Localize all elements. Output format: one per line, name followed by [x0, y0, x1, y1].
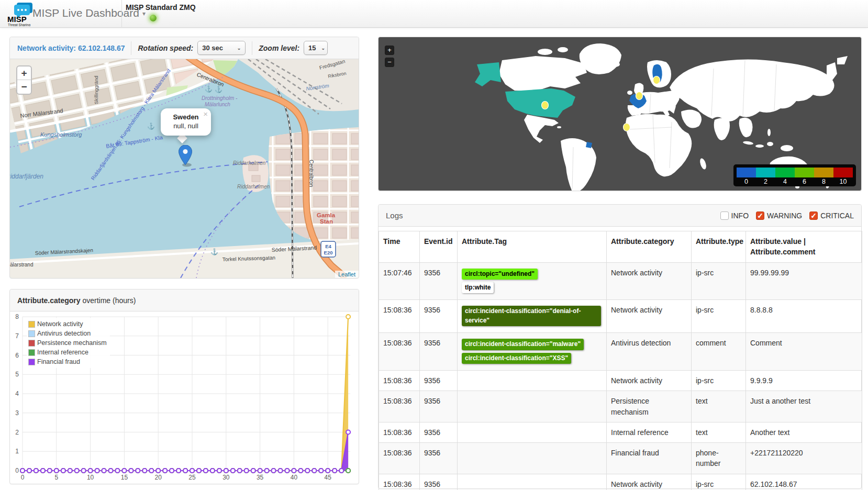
misp-logo-icon: MISP Threat Sharing [7, 2, 35, 28]
checkbox-checked[interactable]: ✓ [809, 211, 818, 220]
filter-warning[interactable]: ✓WARNING [756, 211, 802, 220]
time-cell: 15:08:36 [379, 391, 420, 422]
data-point [285, 469, 290, 473]
time-cell: 15:08:36 [379, 443, 420, 474]
type-cell: ip-src [692, 262, 746, 300]
data-point [170, 469, 174, 473]
logs-panel: Logs INFO✓WARNING✓CRITICAL TimeEvent.idA… [378, 204, 862, 489]
legend-entry: Financial fraud [28, 357, 107, 366]
legend-entry: Network activity [28, 319, 107, 329]
map-marker-icon[interactable] [179, 145, 193, 167]
place-label: Kungsholmstorg [40, 131, 82, 138]
data-point [326, 469, 330, 473]
attribute-tag-chip[interactable]: circl:topic="undefined" [462, 269, 538, 280]
data-point [265, 469, 269, 473]
legend-swatch [28, 349, 35, 356]
divider [131, 41, 131, 55]
attribute-tag-chip[interactable]: circl:incident-classification="XSS" [462, 353, 571, 364]
data-point [88, 469, 93, 473]
category-cell: Network activity [607, 370, 692, 391]
zoom-out-button[interactable]: − [385, 58, 394, 67]
brand-tagline: Threat Sharing [8, 23, 30, 27]
attribute-tag-chip[interactable]: tlp:white [462, 282, 494, 293]
filter-critical[interactable]: ✓CRITICAL [809, 211, 854, 220]
activity-dot-france [636, 92, 643, 100]
column-header: Attribute.category [607, 231, 692, 263]
y-tick-label: 8 [15, 313, 19, 320]
activity-dot-sweden [653, 76, 660, 84]
legend-entry: Internal reference [28, 348, 107, 357]
value-cell: 8.8.8.8 [746, 300, 862, 333]
legend-entry: Antivirus detection [28, 329, 107, 338]
attribute-tag-chip[interactable]: circl:incident-classification="denial-of… [462, 306, 601, 326]
checkbox-unchecked[interactable] [720, 211, 729, 220]
x-tick-label: 35 [257, 474, 264, 481]
data-point [210, 469, 215, 473]
data-point [102, 469, 106, 473]
time-cell: 15:08:36 [379, 370, 420, 391]
table-row: 15:08:369356Internal referencetextAnothe… [379, 422, 862, 442]
country-french-guiana-highlight [586, 142, 592, 148]
legend-swatch [28, 359, 35, 365]
attribute-tag-cell [458, 370, 607, 391]
data-point [251, 469, 255, 473]
data-point [332, 469, 337, 473]
y-tick-label: 1 [15, 448, 19, 455]
popup-coordinates: null, null [161, 122, 211, 130]
legend-tick-label: 8 [814, 177, 833, 185]
data-point [231, 469, 235, 473]
attribute-tag-cell: circl:incident-classification="denial-of… [458, 300, 607, 333]
x-tick-label: 10 [87, 474, 94, 481]
checkbox-checked[interactable]: ✓ [756, 211, 764, 220]
data-point [346, 315, 350, 319]
zoom-out-button[interactable]: − [17, 80, 31, 94]
legend-tick-label: 2 [756, 177, 775, 185]
attribute-tag-chip[interactable]: circl:incident-classification="malware" [462, 339, 584, 350]
value-cell: +221721120220 [746, 443, 862, 474]
data-point [156, 469, 160, 473]
zoom-in-button[interactable]: + [17, 66, 31, 80]
column-header: Attribute.Tag [458, 231, 607, 263]
data-point [339, 469, 343, 473]
filter-info[interactable]: INFO [720, 211, 749, 220]
y-tick-label: 4 [15, 390, 19, 397]
logs-title: Logs [386, 211, 403, 220]
data-point [298, 469, 303, 473]
time-cell: 15:08:36 [379, 474, 420, 490]
x-tick-label: 30 [222, 474, 230, 481]
osm-tiles: ⚓ ⚓ ⚓ ⚓ Norr Mälarstrand Fredsgatan Riks… [10, 59, 359, 278]
close-icon[interactable]: × [203, 109, 208, 118]
water-label: Riddarfjärden [10, 173, 43, 180]
table-row: 15:08:369356Financial fraudphone-number+… [379, 443, 862, 474]
event-id-cell: 9356 [420, 391, 458, 422]
zoom-level-select[interactable]: 15⌄ [304, 41, 328, 55]
data-point [75, 469, 79, 473]
table-row: 15:08:369356Network activityip-src9.9.9.… [379, 370, 862, 391]
ferry-label: Drottningholm - [202, 95, 238, 101]
x-tick-label: 20 [155, 474, 162, 481]
type-cell: ip-src [692, 370, 746, 391]
rotation-speed-select[interactable]: 30 sec⌄ [197, 41, 246, 55]
filter-label: INFO [731, 211, 749, 220]
table-row: 15:08:369356circl:incident-classificatio… [379, 333, 862, 371]
rotation-speed-label: Rotation speed: [138, 44, 193, 52]
category-cell: Internal reference [607, 422, 692, 442]
data-point [279, 469, 283, 473]
legend-labels: 0246810 [737, 177, 853, 185]
data-point [305, 469, 309, 473]
leaflet-attribution-link[interactable]: Leaflet [335, 271, 359, 278]
world-map-panel[interactable]: + − 0246810 [378, 37, 862, 191]
activity-dot-usa [542, 102, 549, 109]
map-popup: × Sweden null, null [161, 108, 211, 136]
legend-swatch [28, 321, 35, 328]
leaflet-map[interactable]: ⚓ ⚓ ⚓ ⚓ Norr Mälarstrand Fredsgatan Riks… [10, 59, 359, 278]
y-tick-label: 0 [15, 467, 19, 474]
place-label: Riddarholmen [237, 184, 270, 190]
data-point [20, 469, 25, 473]
zoom-in-button[interactable]: + [385, 46, 394, 55]
attribute-tag-cell: circl:topic="undefined"tlp:white [458, 262, 607, 300]
table-row: 15:08:369356Persistence mechanismtextJus… [379, 391, 862, 422]
data-point [115, 469, 119, 473]
country-usa-highlight [505, 88, 575, 118]
data-point [258, 469, 262, 473]
